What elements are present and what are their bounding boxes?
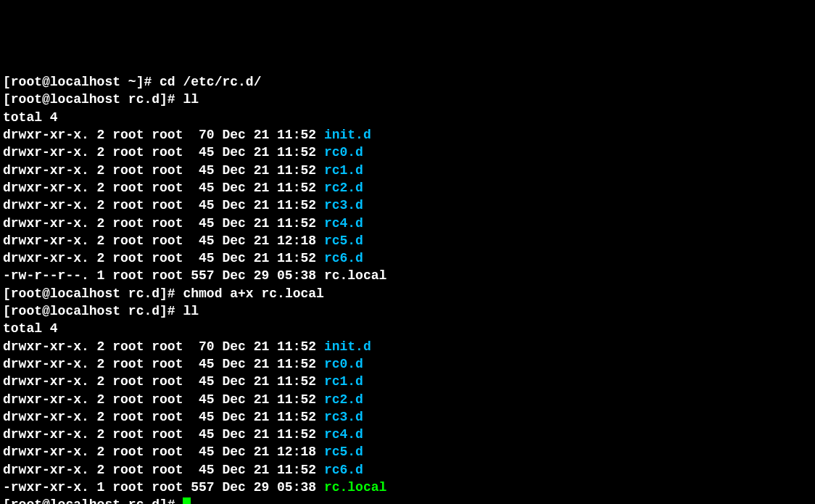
file-meta: drwxr-xr-x. 2 root root 45 Dec 21 11:52 <box>3 198 324 212</box>
terminal-line: [root@localhost rc.d]# ll <box>3 302 812 320</box>
file-meta: -rwxr-xr-x. 1 root root 557 Dec 29 05:38 <box>3 480 324 495</box>
terminal-line: total 4 <box>3 109 812 126</box>
file-meta: drwxr-xr-x. 2 root root 45 Dec 21 11:52 <box>3 145 324 160</box>
terminal-line: drwxr-xr-x. 2 root root 45 Dec 21 11:52 … <box>3 197 812 214</box>
terminal-line: [root@localhost rc.d]# <box>3 496 812 504</box>
terminal-line: drwxr-xr-x. 2 root root 45 Dec 21 11:52 … <box>3 408 812 426</box>
file-name: rc4.d <box>324 427 363 442</box>
file-name: rc.local <box>324 480 386 495</box>
file-meta: drwxr-xr-x. 2 root root 45 Dec 21 12:18 <box>3 234 324 248</box>
terminal-line: drwxr-xr-x. 2 root root 45 Dec 21 11:52 … <box>3 391 812 408</box>
terminal-line: total 4 <box>3 320 812 337</box>
shell-prompt: [root@localhost ~]# <box>3 75 160 89</box>
file-meta: drwxr-xr-x. 2 root root 45 Dec 21 11:52 <box>3 410 324 424</box>
terminal-line: drwxr-xr-x. 2 root root 45 Dec 21 12:18 … <box>3 232 812 249</box>
terminal-line: [root@localhost rc.d]# chmod a+x rc.loca… <box>3 285 812 302</box>
shell-command: ll <box>183 304 199 318</box>
file-meta: drwxr-xr-x. 2 root root 45 Dec 21 11:52 <box>3 463 324 477</box>
file-name: init.d <box>324 128 371 142</box>
shell-prompt: [root@localhost rc.d]# <box>3 92 183 107</box>
shell-command: cd /etc/rc.d/ <box>160 75 261 89</box>
output-text: total 4 <box>3 321 58 336</box>
file-name: rc3.d <box>324 198 363 212</box>
file-name: rc.local <box>324 268 386 283</box>
file-name: rc1.d <box>324 163 363 178</box>
output-text: total 4 <box>3 110 58 125</box>
file-meta: drwxr-xr-x. 2 root root 45 Dec 21 11:52 <box>3 374 324 389</box>
terminal-output[interactable]: [root@localhost ~]# cd /etc/rc.d/[root@l… <box>3 73 812 504</box>
terminal-line: drwxr-xr-x. 2 root root 45 Dec 21 11:52 … <box>3 249 812 267</box>
file-meta: drwxr-xr-x. 2 root root 70 Dec 21 11:52 <box>3 339 324 354</box>
file-name: rc4.d <box>324 216 363 231</box>
terminal-line: drwxr-xr-x. 2 root root 45 Dec 21 11:52 … <box>3 426 812 443</box>
terminal-line: [root@localhost rc.d]# ll <box>3 91 812 108</box>
file-meta: drwxr-xr-x. 2 root root 45 Dec 21 11:52 <box>3 181 324 195</box>
shell-prompt: [root@localhost rc.d]# <box>3 497 183 504</box>
terminal-line: drwxr-xr-x. 2 root root 45 Dec 21 11:52 … <box>3 355 812 373</box>
terminal-line: -rwxr-xr-x. 1 root root 557 Dec 29 05:38… <box>3 479 812 496</box>
terminal-line: drwxr-xr-x. 2 root root 45 Dec 21 12:18 … <box>3 443 812 460</box>
file-name: rc2.d <box>324 181 363 195</box>
file-name: rc6.d <box>324 463 363 477</box>
terminal-line: drwxr-xr-x. 2 root root 45 Dec 21 11:52 … <box>3 162 812 179</box>
terminal-line: drwxr-xr-x. 2 root root 70 Dec 21 11:52 … <box>3 338 812 355</box>
terminal-line: drwxr-xr-x. 2 root root 45 Dec 21 11:52 … <box>3 144 812 161</box>
shell-command: chmod a+x rc.local <box>183 286 323 301</box>
cursor-icon <box>183 497 191 504</box>
terminal-line: drwxr-xr-x. 2 root root 45 Dec 21 11:52 … <box>3 461 812 479</box>
terminal-line: -rw-r--r--. 1 root root 557 Dec 29 05:38… <box>3 267 812 284</box>
file-meta: drwxr-xr-x. 2 root root 45 Dec 21 11:52 <box>3 251 324 265</box>
file-name: rc5.d <box>324 445 363 459</box>
file-meta: -rw-r--r--. 1 root root 557 Dec 29 05:38 <box>3 268 324 283</box>
terminal-line: drwxr-xr-x. 2 root root 45 Dec 21 11:52 … <box>3 215 812 232</box>
file-name: rc6.d <box>324 251 363 265</box>
file-meta: drwxr-xr-x. 2 root root 45 Dec 21 11:52 <box>3 357 324 371</box>
file-meta: drwxr-xr-x. 2 root root 45 Dec 21 11:52 <box>3 216 324 231</box>
terminal-line: drwxr-xr-x. 2 root root 45 Dec 21 11:52 … <box>3 179 812 197</box>
terminal-line: drwxr-xr-x. 2 root root 70 Dec 21 11:52 … <box>3 126 812 144</box>
file-meta: drwxr-xr-x. 2 root root 45 Dec 21 11:52 <box>3 392 324 407</box>
file-meta: drwxr-xr-x. 2 root root 45 Dec 21 11:52 <box>3 163 324 178</box>
file-name: rc0.d <box>324 357 363 371</box>
file-name: rc0.d <box>324 145 363 160</box>
shell-command: ll <box>183 92 199 107</box>
file-name: rc5.d <box>324 234 363 248</box>
shell-prompt: [root@localhost rc.d]# <box>3 286 183 301</box>
file-name: rc1.d <box>324 374 363 389</box>
file-meta: drwxr-xr-x. 2 root root 45 Dec 21 12:18 <box>3 445 324 459</box>
file-name: init.d <box>324 339 371 354</box>
terminal-line: drwxr-xr-x. 2 root root 45 Dec 21 11:52 … <box>3 373 812 390</box>
file-name: rc2.d <box>324 392 363 407</box>
terminal-line: [root@localhost ~]# cd /etc/rc.d/ <box>3 73 812 91</box>
shell-prompt: [root@localhost rc.d]# <box>3 304 183 318</box>
file-meta: drwxr-xr-x. 2 root root 70 Dec 21 11:52 <box>3 128 324 142</box>
file-name: rc3.d <box>324 410 363 424</box>
file-meta: drwxr-xr-x. 2 root root 45 Dec 21 11:52 <box>3 427 324 442</box>
